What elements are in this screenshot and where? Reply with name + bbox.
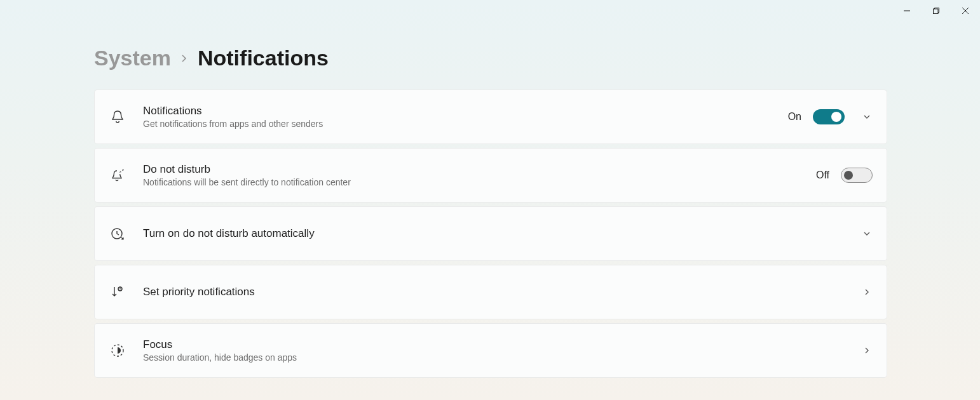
svg-text:z: z bbox=[119, 170, 121, 173]
card-right bbox=[856, 286, 873, 298]
card-text: Notifications Get notifications from app… bbox=[143, 105, 788, 129]
dnd-icon: z z bbox=[109, 166, 126, 184]
card-subtitle: Get notifications from apps and other se… bbox=[143, 119, 788, 129]
card-text: Turn on do not disturb automatically bbox=[143, 227, 856, 240]
card-right bbox=[856, 345, 873, 356]
chevron-right-icon[interactable] bbox=[861, 345, 873, 356]
focus-icon bbox=[109, 342, 126, 359]
card-right: Off bbox=[816, 168, 873, 183]
card-right bbox=[856, 228, 873, 239]
chevron-down-icon[interactable] bbox=[861, 228, 873, 239]
card-text: Do not disturb Notifications will be sen… bbox=[143, 163, 816, 187]
svg-text:z: z bbox=[122, 168, 124, 171]
card-text: Set priority notifications bbox=[143, 286, 856, 298]
close-button[interactable] bbox=[951, 0, 980, 22]
settings-cards: Notifications Get notifications from app… bbox=[94, 90, 887, 378]
do-not-disturb-card[interactable]: z z Do not disturb Notifications will be… bbox=[94, 148, 887, 203]
notifications-card[interactable]: Notifications Get notifications from app… bbox=[94, 90, 887, 144]
card-title: Focus bbox=[143, 338, 856, 351]
breadcrumb-parent[interactable]: System bbox=[94, 46, 171, 70]
priority-notifications-card[interactable]: Set priority notifications bbox=[94, 265, 887, 319]
dnd-auto-card[interactable]: Turn on do not disturb automatically bbox=[94, 206, 887, 261]
toggle-state-label: On bbox=[788, 111, 801, 123]
card-right: On bbox=[788, 109, 873, 124]
settings-content: System Notifications Notifications Get n… bbox=[0, 0, 980, 378]
breadcrumb-current: Notifications bbox=[198, 46, 329, 70]
card-subtitle: Session duration, hide badges on apps bbox=[143, 352, 856, 363]
breadcrumb: System Notifications bbox=[94, 46, 886, 70]
window-controls bbox=[892, 0, 980, 22]
notifications-toggle[interactable] bbox=[813, 109, 845, 124]
toggle-state-label: Off bbox=[816, 170, 829, 181]
focus-card[interactable]: Focus Session duration, hide badges on a… bbox=[94, 323, 887, 378]
card-title: Notifications bbox=[143, 105, 788, 117]
card-text: Focus Session duration, hide badges on a… bbox=[143, 338, 856, 363]
maximize-button[interactable] bbox=[922, 0, 951, 22]
clock-icon bbox=[109, 225, 126, 243]
minimize-button[interactable] bbox=[892, 0, 922, 22]
priority-icon bbox=[109, 283, 126, 301]
card-subtitle: Notifications will be sent directly to n… bbox=[143, 177, 816, 187]
chevron-down-icon[interactable] bbox=[861, 111, 873, 123]
card-title: Set priority notifications bbox=[143, 286, 856, 298]
chevron-right-icon bbox=[180, 54, 189, 63]
card-title: Turn on do not disturb automatically bbox=[143, 227, 856, 240]
svg-rect-1 bbox=[934, 9, 939, 14]
bell-icon bbox=[109, 108, 126, 126]
card-title: Do not disturb bbox=[143, 163, 816, 176]
chevron-right-icon[interactable] bbox=[861, 286, 873, 298]
dnd-toggle[interactable] bbox=[841, 168, 873, 183]
